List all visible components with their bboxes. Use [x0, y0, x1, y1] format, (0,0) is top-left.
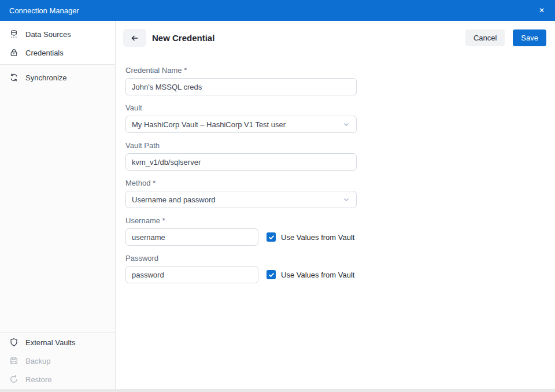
- credential-form: Credential Name * Vault My HashiCorp Vau…: [125, 66, 357, 283]
- sidebar-item-external-vaults[interactable]: External Vaults: [0, 333, 115, 352]
- sidebar-group-middle: Synchronize: [0, 65, 115, 87]
- sidebar-item-backup[interactable]: Backup: [0, 352, 115, 370]
- username-input[interactable]: [125, 228, 258, 246]
- sidebar-item-label: External Vaults: [25, 338, 75, 347]
- sidebar-group-top: Data Sources Credentials: [0, 21, 115, 65]
- password-use-vault-checkbox[interactable]: Use Values from Vault: [267, 270, 354, 279]
- credential-name-label: Credential Name *: [125, 66, 357, 75]
- header-actions: Cancel Save: [465, 29, 546, 46]
- cancel-button[interactable]: Cancel: [465, 29, 505, 46]
- sidebar: Data Sources Credentials: [0, 21, 116, 392]
- sidebar-item-restore[interactable]: Restore: [0, 370, 115, 389]
- chevron-down-icon: [342, 120, 350, 128]
- restore-icon: [9, 375, 18, 384]
- password-label: Password: [125, 254, 357, 262]
- vault-path-label: Vault Path: [125, 141, 357, 150]
- field-username: Username * Use Values from Vault: [125, 216, 357, 246]
- arrow-left-icon: [130, 34, 139, 43]
- vault-selected-value: My HashiCorp Vault – HashiCorp V1 Test u…: [132, 120, 342, 129]
- credential-name-input[interactable]: [125, 78, 357, 95]
- main-content: New Credential Cancel Save Credential Na…: [116, 21, 555, 392]
- vault-path-input[interactable]: [125, 153, 357, 171]
- use-values-from-vault-label: Use Values from Vault: [281, 233, 354, 242]
- field-vault-path: Vault Path: [125, 141, 357, 171]
- page-title: New Credential: [152, 33, 214, 43]
- method-selected-value: Username and password: [132, 195, 342, 204]
- save-button[interactable]: Save: [513, 29, 546, 46]
- sidebar-item-label: Data Sources: [25, 30, 71, 39]
- method-select[interactable]: Username and password: [125, 191, 357, 208]
- sidebar-item-label: Synchronize: [25, 73, 67, 82]
- checkbox-checked-icon: [267, 270, 276, 279]
- chevron-down-icon: [342, 195, 350, 204]
- close-icon[interactable]: ✕: [528, 0, 555, 21]
- titlebar: Connection Manager ✕: [0, 0, 555, 21]
- page-header: New Credential Cancel Save: [123, 29, 546, 47]
- use-values-from-vault-label: Use Values from Vault: [281, 271, 354, 279]
- field-vault: Vault My HashiCorp Vault – HashiCorp V1 …: [125, 103, 357, 133]
- checkbox-checked-icon: [267, 232, 276, 242]
- save-icon: [9, 356, 18, 365]
- window-body: Data Sources Credentials: [0, 21, 555, 392]
- password-input[interactable]: [125, 266, 258, 283]
- method-label: Method *: [125, 179, 357, 187]
- username-use-vault-checkbox[interactable]: Use Values from Vault: [267, 232, 354, 242]
- sidebar-item-label: Restore: [25, 375, 52, 384]
- vault-label: Vault: [125, 103, 357, 112]
- username-label: Username *: [125, 216, 357, 225]
- window-bottom-edge: [0, 389, 555, 392]
- back-button[interactable]: [123, 29, 146, 47]
- sidebar-item-credentials[interactable]: Credentials: [0, 43, 115, 62]
- sidebar-item-data-sources[interactable]: Data Sources: [0, 25, 115, 43]
- app-title: Connection Manager: [0, 6, 528, 15]
- lock-icon: [9, 48, 18, 57]
- field-password: Password Use Values from Vault: [125, 254, 357, 283]
- sync-icon: [9, 73, 18, 82]
- sidebar-item-label: Backup: [25, 357, 50, 365]
- vault-select[interactable]: My HashiCorp Vault – HashiCorp V1 Test u…: [125, 116, 357, 133]
- sidebar-item-label: Credentials: [25, 49, 64, 57]
- database-icon: [9, 29, 18, 39]
- sidebar-item-synchronize[interactable]: Synchronize: [0, 68, 115, 87]
- sidebar-group-bottom: External Vaults Backup: [0, 332, 115, 392]
- shield-icon: [9, 338, 18, 347]
- field-method: Method * Username and password: [125, 179, 357, 208]
- field-credential-name: Credential Name *: [125, 66, 357, 95]
